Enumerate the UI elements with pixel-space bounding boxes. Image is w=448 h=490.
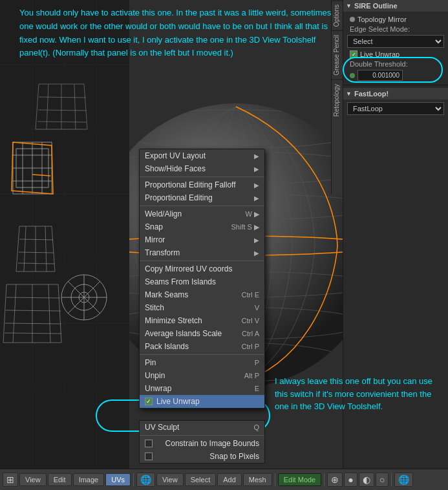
constrain-checkbox[interactable] <box>145 440 153 447</box>
double-threshold-input[interactable] <box>357 70 403 81</box>
uv-sculpt-shortcut: Q <box>253 423 259 431</box>
seams-from-islands-label: Seams From Islands <box>145 277 216 286</box>
double-threshold-label: Double Threshold: <box>347 59 444 69</box>
context-menu: Export UV Layout ▶ Show/Hide Faces ▶ Pro… <box>139 149 265 409</box>
show-hide-arrow: ▶ <box>254 165 259 173</box>
toolbar-sep2 <box>275 473 275 486</box>
copy-mirrored-label: Copy Mirrored UV coords <box>145 264 232 273</box>
menu-mirror[interactable]: Mirror ▶ <box>140 233 264 246</box>
edge-select-mode-label: Edge Select Mode: <box>347 25 444 34</box>
mirror-label: Mirror <box>145 235 165 244</box>
pin-label: Pin <box>145 358 156 367</box>
fastloop-section: FastLoop <box>343 100 448 118</box>
mesh-menu-btn[interactable]: Mesh <box>243 473 272 486</box>
sire-outline-label: SIRE Outline <box>354 2 398 10</box>
live-unwrap-label: Live Unwrap <box>360 50 400 58</box>
select2-menu-btn[interactable]: Select <box>185 473 217 486</box>
fastloop-header[interactable]: ▼ FastLoop! <box>343 88 448 100</box>
edit-mode-btn[interactable]: Edit Mode <box>278 473 322 486</box>
collapse-icon: ▼ <box>346 3 352 9</box>
weld-align-label: Weld/Align <box>145 209 182 218</box>
add-menu-btn[interactable]: Add <box>217 473 242 486</box>
shading3-icon-btn[interactable]: ○ <box>376 473 389 487</box>
menu-show-hide-faces[interactable]: Show/Hide Faces ▶ <box>140 162 264 175</box>
extra-menu-section: UV Sculpt Q Constrain to Image Bounds Sn… <box>139 420 265 463</box>
snap-to-pixels-label: Snap to Pixels <box>209 452 259 461</box>
fastloop-label: FastLoop! <box>354 90 389 98</box>
menu-seams-from-islands[interactable]: Seams From Islands <box>140 275 264 288</box>
menu-proportional-falloff[interactable]: Proportional Editing Falloff ▶ <box>140 178 264 191</box>
menu-pin[interactable]: Pin P <box>140 356 264 369</box>
view2-menu-btn[interactable]: View <box>156 473 184 486</box>
menu-live-unwrap[interactable]: ✓ Live Unwrap <box>140 395 264 408</box>
shading2-icon-btn[interactable]: ◐ <box>359 473 374 487</box>
edit-menu-btn[interactable]: Edit <box>48 473 72 486</box>
show-hide-faces-label: Show/Hide Faces <box>145 164 206 173</box>
grease-pencil-tab[interactable]: Grease Pencil <box>332 30 343 80</box>
scene-icon-btn[interactable]: ⊞ <box>3 473 18 487</box>
unwrap-shortcut: E <box>255 385 259 392</box>
retopology-tab[interactable]: Retopology <box>332 80 343 121</box>
pin-shortcut: P <box>255 359 259 367</box>
threshold-dot <box>350 73 355 78</box>
menu-export-uv-layout[interactable]: Export UV Layout ▶ <box>140 149 264 162</box>
constrain-image-bounds-label: Constrain to Image Bounds <box>165 439 259 448</box>
proportional-editing-arrow: ▶ <box>254 195 259 202</box>
menu-proportional-editing[interactable]: Proportional Editing ▶ <box>140 191 264 204</box>
menu-minimize-stretch[interactable]: Minimize Stretch Ctrl V <box>140 314 264 327</box>
image-menu-btn[interactable]: Image <box>73 473 105 486</box>
menu-constrain-image-bounds[interactable]: Constrain to Image Bounds <box>140 437 264 450</box>
menu-transform[interactable]: Transform ▶ <box>140 246 264 259</box>
menu-snap-to-pixels[interactable]: Snap to Pixels <box>140 450 264 463</box>
layout-icon-btn[interactable]: ⊕ <box>327 473 343 487</box>
global-icon-btn[interactable]: 🌐 <box>394 473 413 487</box>
minimize-stretch-label: Minimize Stretch <box>145 316 202 325</box>
view-menu-btn[interactable]: View <box>19 473 47 486</box>
sire-outline-header[interactable]: ▼ SIRE Outline <box>343 0 448 12</box>
bottom-toolbar: ⊞ View Edit Image UVs 🌐 View Select Add … <box>0 469 448 490</box>
menu-mark-seams[interactable]: Mark Seams Ctrl E <box>140 288 264 301</box>
menu-unpin[interactable]: Unpin Alt P <box>140 369 264 382</box>
options-tab[interactable]: Options <box>332 0 343 30</box>
globe-icon-btn[interactable]: 🌐 <box>136 473 155 487</box>
menu-pack-islands[interactable]: Pack Islands Ctrl P <box>140 340 264 353</box>
toolbar-sep3 <box>324 473 325 486</box>
mark-seams-shortcut: Ctrl E <box>242 291 260 299</box>
pack-islands-shortcut: Ctrl P <box>242 343 260 350</box>
live-unwrap-menu-label: Live Unwrap <box>156 397 200 406</box>
proportional-falloff-arrow: ▶ <box>254 182 259 189</box>
menu-snap[interactable]: Snap Shift S ▶ <box>140 220 264 233</box>
live-unwrap-checkbox[interactable]: ✓ <box>350 50 357 58</box>
unpin-label: Unpin <box>145 371 165 380</box>
weld-align-shortcut: W ▶ <box>246 210 259 218</box>
uv-sculpt-label: UV Sculpt <box>145 423 179 432</box>
sep2 <box>140 206 264 206</box>
fastloop-collapse-icon: ▼ <box>346 91 352 97</box>
uvs-menu-btn[interactable]: UVs <box>105 473 131 486</box>
menu-copy-mirrored[interactable]: Copy Mirrored UV coords <box>140 262 264 275</box>
proportional-editing-label: Proportional Editing <box>145 193 213 202</box>
sep1 <box>140 176 264 177</box>
edge-select-mode-dropdown[interactable]: Select <box>347 35 444 48</box>
menu-stitch[interactable]: Stitch V <box>140 301 264 314</box>
menu-weld-align[interactable]: Weld/Align W ▶ <box>140 208 264 220</box>
menu-unwrap[interactable]: Unwrap E <box>140 382 264 395</box>
mirror-arrow: ▶ <box>254 237 259 244</box>
transform-arrow: ▶ <box>254 250 259 257</box>
unwrap-label: Unwrap <box>145 384 171 393</box>
menu-average-islands-scale[interactable]: Average Islands Scale Ctrl A <box>140 327 264 340</box>
snap-shortcut: Shift S ▶ <box>231 223 259 231</box>
pack-islands-label: Pack Islands <box>145 342 189 351</box>
transform-label: Transform <box>145 248 180 257</box>
unpin-shortcut: Alt P <box>244 372 259 379</box>
export-uv-arrow: ▶ <box>254 153 259 160</box>
side-tabs-panel: Options Grease Pencil Retopology <box>331 0 343 194</box>
average-islands-label: Average Islands Scale <box>145 329 222 338</box>
shading1-icon-btn[interactable]: ● <box>344 473 357 487</box>
snap-pixels-checkbox[interactable] <box>145 453 153 460</box>
fastloop-dropdown[interactable]: FastLoop <box>347 102 444 115</box>
mark-seams-label: Mark Seams <box>145 290 188 299</box>
live-unwrap-menu-checkbox[interactable]: ✓ <box>145 398 153 405</box>
minimize-stretch-shortcut: Ctrl V <box>242 317 260 325</box>
menu-uv-sculpt[interactable]: UV Sculpt Q <box>140 421 264 434</box>
